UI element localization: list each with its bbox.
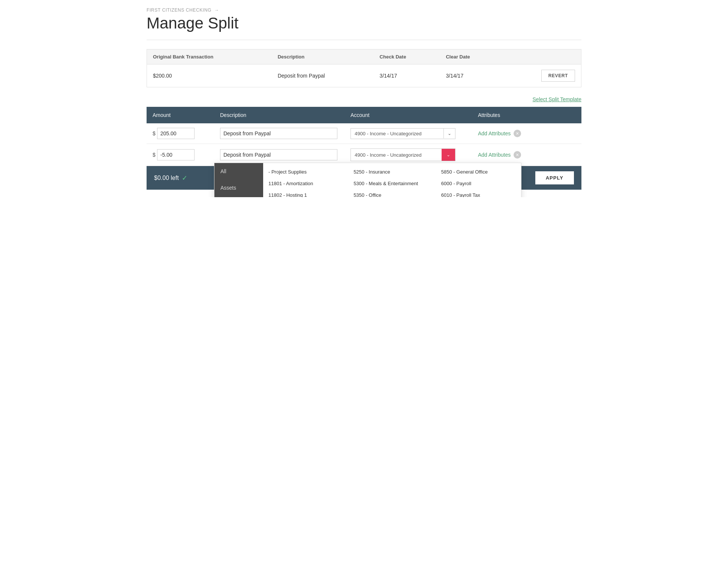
col-amount-header: Amount: [153, 112, 220, 118]
dropdown-item[interactable]: 5300 - Meals & Entertainment: [348, 178, 436, 189]
col-account-header: Account: [351, 112, 478, 118]
dropdown-item[interactable]: 5850 - General Office: [436, 166, 521, 178]
breadcrumb-arrow: →: [214, 7, 219, 13]
dropdown-item[interactable]: 5350 - Office: [348, 189, 436, 197]
transaction-amount: $200.00: [147, 64, 272, 87]
breadcrumb-bank: FIRST CITIZENS CHECKING: [147, 7, 211, 13]
dropdown-item[interactable]: 6010 - Payroll Tax: [436, 189, 521, 197]
cat-equity[interactable]: Equity: [214, 196, 263, 197]
transaction-description: Deposit from Paypal: [272, 64, 374, 87]
description-input-1[interactable]: [220, 128, 337, 139]
add-attributes-link-2[interactable]: Add Attributes: [478, 152, 511, 158]
cat-assets[interactable]: Assets: [214, 180, 263, 196]
select-split-template-link[interactable]: Select Split Template: [533, 96, 581, 102]
apply-button[interactable]: APPLY: [535, 171, 574, 184]
dropdown-items-col1: - Project Supplies 11801 - Amortization …: [263, 166, 348, 197]
split-row-2: $ 4900 - Income - Uncategorized ⌄ Add At…: [147, 144, 581, 166]
col-check-date: Check Date: [374, 49, 440, 64]
account-dropdown-btn-1[interactable]: ⌄: [443, 129, 455, 138]
col-description-header: Description: [220, 112, 351, 118]
original-bank-transaction-table: Original Bank Transaction Description Ch…: [147, 49, 581, 87]
account-select-text-1: 4900 - Income - Uncategorized: [351, 129, 443, 139]
dropdown-categories: All Assets Equity Expenses ▶ Income: [214, 163, 263, 197]
amount-input-2[interactable]: [157, 149, 195, 160]
dropdown-item[interactable]: 11802 - Hosting 1: [263, 189, 348, 197]
account-dropdown-btn-2[interactable]: ⌄: [442, 149, 455, 161]
dropdown-item[interactable]: - Project Supplies: [263, 166, 348, 178]
col-attributes-header: Attributes: [478, 112, 575, 118]
col-clear-date: Clear Date: [440, 49, 502, 64]
account-select-2: 4900 - Income - Uncategorized ⌄: [351, 148, 455, 161]
dropdown-item[interactable]: 11801 - Amortization: [263, 178, 348, 189]
remove-row-2-button[interactable]: ×: [514, 151, 521, 159]
add-attributes-link-1[interactable]: Add Attributes: [478, 130, 511, 136]
split-row-1: $ 4900 - Income - Uncategorized ⌄ Add At…: [147, 123, 581, 144]
split-table: Amount Description Account Attributes $ …: [147, 107, 581, 190]
cat-all[interactable]: All: [214, 163, 263, 180]
title-divider: [147, 40, 581, 40]
transaction-check-date: 3/14/17: [374, 64, 440, 87]
col-original-bank-transaction: Original Bank Transaction: [147, 49, 272, 64]
transaction-clear-date: 3/14/17: [440, 64, 502, 87]
dollar-sign-2: $: [153, 152, 156, 158]
account-select-1: 4900 - Income - Uncategorized ⌄: [351, 128, 455, 139]
amount-input-1[interactable]: [157, 128, 195, 139]
dropdown-items-col2: 5250 - Insurance 5300 - Meals & Entertai…: [348, 166, 436, 197]
amount-left-label: $0.00 left: [154, 175, 179, 181]
account-dropdown-menu: All Assets Equity Expenses ▶ Income: [214, 163, 521, 197]
account-select-text-2: 4900 - Income - Uncategorized: [351, 150, 442, 160]
checkmark-icon: ✓: [182, 174, 187, 182]
split-table-header: Amount Description Account Attributes: [147, 107, 581, 123]
description-input-2[interactable]: [220, 149, 337, 160]
dropdown-items-col3: 5850 - General Office 6000 - Payroll 601…: [436, 166, 521, 197]
dropdown-items-grid: - Project Supplies 11801 - Amortization …: [263, 163, 521, 197]
page-title: Manage Split: [147, 14, 581, 32]
revert-button[interactable]: REVERT: [541, 70, 575, 82]
col-description: Description: [272, 49, 374, 64]
dollar-sign-1: $: [153, 130, 156, 136]
dropdown-item[interactable]: 6000 - Payroll: [436, 178, 521, 189]
remove-row-1-button[interactable]: ×: [514, 130, 521, 137]
dropdown-item[interactable]: 5250 - Insurance: [348, 166, 436, 178]
